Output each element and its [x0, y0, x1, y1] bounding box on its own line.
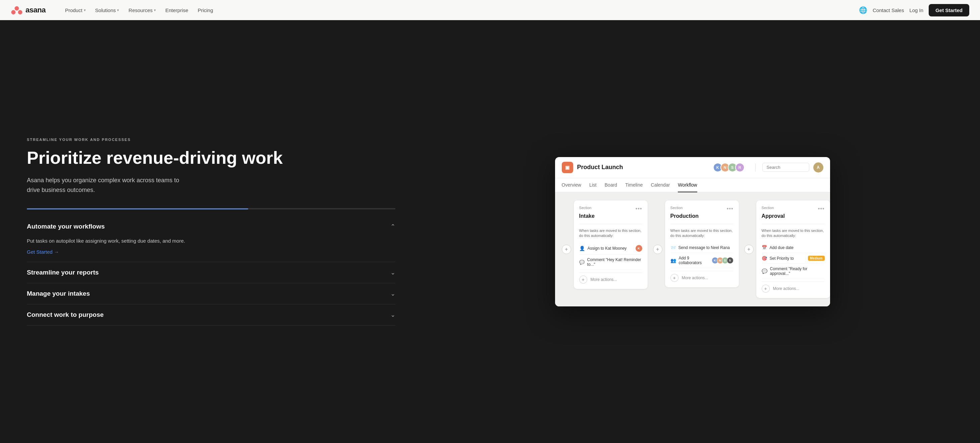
accordion-title: Connect work to purpose: [27, 311, 103, 319]
action-text: Assign to Kat Mooney: [588, 246, 633, 251]
tab-board[interactable]: Board: [605, 178, 617, 192]
comment-icon: 💬: [762, 268, 767, 274]
avatar-count: 5: [727, 257, 733, 264]
add-action-button[interactable]: +: [579, 276, 587, 284]
hero-title: Prioritize revenue-driving work: [27, 148, 395, 167]
section-card-approval: Section ••• Approval When tasks are move…: [756, 200, 830, 298]
more-actions-button[interactable]: + More actions...: [762, 282, 825, 293]
chevron-down-icon: ⌄: [390, 269, 395, 276]
action-text: Set Priority to: [770, 256, 804, 261]
tab-list[interactable]: List: [589, 178, 597, 192]
nav-pricing[interactable]: Pricing: [194, 5, 216, 15]
section-header: Section •••: [670, 206, 733, 212]
svg-point-1: [11, 10, 16, 14]
accordion-header-purpose[interactable]: Connect work to purpose ⌄: [27, 304, 395, 325]
nav-enterprise[interactable]: Enterprise: [162, 5, 191, 15]
calendar-icon: 📅: [762, 245, 767, 250]
collaborators-icon: 👥: [670, 258, 676, 263]
accordion-get-started-link[interactable]: Get Started →: [27, 249, 59, 255]
chevron-down-icon: ▾: [117, 8, 119, 13]
right-panel: ▣ Product Launch K N S R A Overview List…: [412, 20, 980, 443]
more-actions-button[interactable]: + More actions...: [579, 272, 642, 284]
action-item: 💬 Comment "Ready for approval...": [762, 264, 825, 279]
tab-overview[interactable]: Overview: [562, 178, 581, 192]
action-text: Comment "Ready for approval...": [770, 266, 825, 276]
eyebrow-text: STREAMLINE YOUR WORK AND PROCESSES: [27, 138, 395, 142]
hero-description: Asana helps you organize complex work ac…: [27, 175, 181, 195]
accordion-header-intakes[interactable]: Manage your intakes ⌄: [27, 283, 395, 304]
left-panel: STREAMLINE YOUR WORK AND PROCESSES Prior…: [0, 20, 412, 443]
svg-point-2: [18, 10, 22, 14]
progress-bar: [27, 209, 248, 209]
app-tabs: Overview List Board Timeline Calendar Wo…: [555, 178, 830, 192]
section-approval-row: + Section ••• Approval When tasks are mo…: [744, 200, 830, 298]
contact-sales-link[interactable]: Contact Sales: [873, 7, 904, 13]
tab-workflow[interactable]: Workflow: [678, 178, 697, 192]
get-started-button[interactable]: Get Started: [929, 4, 969, 16]
svg-point-0: [15, 6, 19, 10]
tab-timeline[interactable]: Timeline: [625, 178, 643, 192]
avatar: R: [735, 163, 745, 172]
section-intake-row: + Section ••• Intake When tasks are move…: [562, 200, 648, 298]
accordion-header-reports[interactable]: Streamline your reports ⌄: [27, 262, 395, 283]
add-action-button[interactable]: +: [762, 285, 770, 293]
section-menu-button[interactable]: •••: [727, 206, 733, 212]
add-section-button[interactable]: +: [562, 245, 571, 254]
add-section-button[interactable]: +: [653, 245, 662, 254]
section-label: Section: [579, 206, 592, 210]
accordion-title: Manage your intakes: [27, 290, 90, 297]
more-actions-label: More actions...: [682, 276, 708, 280]
collaborator-avatars: K N S 5: [712, 257, 733, 264]
workflow-board: + Section ••• Intake When tasks are move…: [555, 192, 830, 306]
priority-badge: Medium: [808, 256, 825, 261]
project-title: Product Launch: [577, 164, 709, 171]
section-trigger: When tasks are moved to this section, do…: [670, 224, 733, 239]
action-item: 📅 Add due date: [762, 242, 825, 253]
action-text: Comment "Hey Kat! Reminder to...": [587, 257, 642, 267]
nav-links: Product ▾ Solutions ▾ Resources ▾ Enterp…: [62, 5, 848, 15]
chevron-down-icon: ▾: [154, 8, 156, 13]
section-card-production: Section ••• Production When tasks are mo…: [665, 200, 739, 288]
nav-solutions[interactable]: Solutions ▾: [92, 5, 123, 15]
section-name: Intake: [579, 213, 642, 219]
section-menu-button[interactable]: •••: [636, 206, 642, 212]
app-header: ▣ Product Launch K N S R A: [555, 157, 830, 178]
accordion-header-automate[interactable]: Automate your workflows ⌃: [27, 216, 395, 237]
priority-icon: 🎯: [762, 256, 767, 261]
accordion-item-automate: Automate your workflows ⌃ Put tasks on a…: [27, 209, 395, 262]
search-input[interactable]: [762, 163, 809, 172]
section-card-intake: Section ••• Intake When tasks are moved …: [574, 200, 648, 289]
message-icon: 📨: [670, 245, 676, 250]
person-icon: 👤: [579, 245, 585, 251]
section-name: Approval: [762, 213, 825, 219]
nav-resources[interactable]: Resources ▾: [125, 5, 159, 15]
tab-calendar[interactable]: Calendar: [651, 178, 670, 192]
section-label: Section: [762, 206, 774, 210]
section-menu-button[interactable]: •••: [818, 206, 825, 212]
app-window: ▣ Product Launch K N S R A Overview List…: [555, 157, 830, 306]
action-item: 📨 Send message to Neel Rana: [670, 242, 733, 253]
login-link[interactable]: Log In: [909, 7, 923, 13]
project-icon: ▣: [562, 162, 573, 173]
chevron-down-icon: ⌄: [390, 311, 395, 319]
add-action-button[interactable]: +: [670, 274, 678, 282]
action-item: 👥 Add 9 collaborators K N S 5: [670, 253, 733, 268]
accordion-item-intakes: Manage your intakes ⌄: [27, 283, 395, 304]
logo[interactable]: asana: [11, 4, 46, 16]
accordion-title: Automate your workflows: [27, 223, 105, 230]
comment-icon: 💬: [579, 260, 585, 265]
more-actions-button[interactable]: + More actions...: [670, 271, 733, 282]
section-production-row: + Section ••• Production When tasks are …: [653, 200, 739, 298]
globe-icon[interactable]: 🌐: [859, 6, 867, 14]
section-header: Section •••: [762, 206, 825, 212]
more-actions-label: More actions...: [590, 277, 617, 282]
asana-logo-icon: [11, 4, 23, 16]
accordion-item-reports: Streamline your reports ⌄: [27, 262, 395, 283]
action-text: Send message to Neel Rana: [678, 245, 733, 250]
add-section-button[interactable]: +: [744, 245, 754, 254]
nav-product[interactable]: Product ▾: [62, 5, 89, 15]
action-item: 💬 Comment "Hey Kat! Reminder to...": [579, 255, 642, 270]
action-text: Add due date: [770, 245, 825, 250]
accordion-item-purpose: Connect work to purpose ⌄: [27, 304, 395, 325]
accordion-body-automate: Put tasks on autopilot like assigning wo…: [27, 237, 395, 262]
